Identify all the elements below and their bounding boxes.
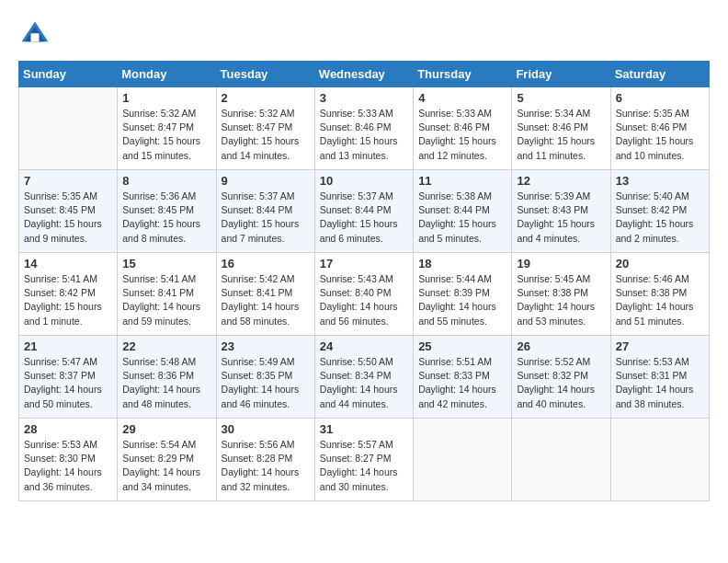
- calendar-cell: 23Sunrise: 5:49 AM Sunset: 8:35 PM Dayli…: [216, 336, 314, 419]
- day-info: Sunrise: 5:49 AM Sunset: 8:35 PM Dayligh…: [222, 355, 310, 411]
- day-number: 21: [24, 339, 112, 353]
- day-number: 4: [418, 91, 506, 105]
- day-info: Sunrise: 5:53 AM Sunset: 8:31 PM Dayligh…: [616, 355, 704, 411]
- column-header-thursday: Thursday: [414, 62, 512, 87]
- calendar-cell: 29Sunrise: 5:54 AM Sunset: 8:29 PM Dayli…: [118, 419, 216, 501]
- day-info: Sunrise: 5:54 AM Sunset: 8:29 PM Dayligh…: [122, 438, 210, 494]
- calendar-cell: 18Sunrise: 5:44 AM Sunset: 8:39 PM Dayli…: [414, 253, 512, 336]
- week-row-2: 7Sunrise: 5:35 AM Sunset: 8:45 PM Daylig…: [19, 170, 710, 253]
- day-number: 17: [320, 257, 408, 270]
- logo: [18, 18, 55, 52]
- day-info: Sunrise: 5:52 AM Sunset: 8:32 PM Dayligh…: [517, 355, 605, 411]
- day-info: Sunrise: 5:32 AM Sunset: 8:47 PM Dayligh…: [122, 107, 210, 163]
- calendar-cell: 7Sunrise: 5:35 AM Sunset: 8:45 PM Daylig…: [19, 170, 118, 253]
- day-number: 20: [616, 257, 704, 270]
- day-info: Sunrise: 5:48 AM Sunset: 8:36 PM Dayligh…: [122, 355, 210, 411]
- calendar-table: SundayMondayTuesdayWednesdayThursdayFrid…: [18, 61, 710, 501]
- day-info: Sunrise: 5:43 AM Sunset: 8:40 PM Dayligh…: [320, 272, 408, 328]
- calendar-cell: 11Sunrise: 5:38 AM Sunset: 8:44 PM Dayli…: [414, 170, 512, 253]
- day-number: 12: [517, 174, 605, 188]
- calendar-cell: 12Sunrise: 5:39 AM Sunset: 8:43 PM Dayli…: [512, 170, 610, 253]
- calendar-cell: 27Sunrise: 5:53 AM Sunset: 8:31 PM Dayli…: [610, 336, 709, 419]
- calendar-cell: 25Sunrise: 5:51 AM Sunset: 8:33 PM Dayli…: [414, 336, 512, 419]
- calendar-cell: [512, 419, 610, 501]
- day-info: Sunrise: 5:38 AM Sunset: 8:44 PM Dayligh…: [418, 190, 506, 246]
- day-info: Sunrise: 5:50 AM Sunset: 8:34 PM Dayligh…: [320, 355, 408, 411]
- day-info: Sunrise: 5:53 AM Sunset: 8:30 PM Dayligh…: [24, 438, 112, 494]
- day-number: 28: [24, 422, 112, 436]
- day-number: 15: [122, 257, 210, 270]
- day-number: 7: [24, 174, 112, 188]
- column-header-wednesday: Wednesday: [314, 62, 413, 87]
- day-info: Sunrise: 5:57 AM Sunset: 8:27 PM Dayligh…: [320, 438, 408, 494]
- day-info: Sunrise: 5:47 AM Sunset: 8:37 PM Dayligh…: [24, 355, 112, 411]
- day-info: Sunrise: 5:37 AM Sunset: 8:44 PM Dayligh…: [222, 190, 310, 246]
- calendar-cell: 21Sunrise: 5:47 AM Sunset: 8:37 PM Dayli…: [19, 336, 118, 419]
- day-info: Sunrise: 5:42 AM Sunset: 8:41 PM Dayligh…: [222, 272, 310, 328]
- calendar-cell: 6Sunrise: 5:35 AM Sunset: 8:46 PM Daylig…: [610, 87, 709, 170]
- calendar-cell: 15Sunrise: 5:41 AM Sunset: 8:41 PM Dayli…: [118, 253, 216, 336]
- column-header-saturday: Saturday: [610, 62, 709, 87]
- calendar-cell: 28Sunrise: 5:53 AM Sunset: 8:30 PM Dayli…: [19, 419, 118, 501]
- calendar-cell: 26Sunrise: 5:52 AM Sunset: 8:32 PM Dayli…: [512, 336, 610, 419]
- calendar-cell: 31Sunrise: 5:57 AM Sunset: 8:27 PM Dayli…: [314, 419, 413, 501]
- day-number: 27: [616, 339, 704, 353]
- day-info: Sunrise: 5:56 AM Sunset: 8:28 PM Dayligh…: [222, 438, 310, 494]
- calendar-cell: 4Sunrise: 5:33 AM Sunset: 8:46 PM Daylig…: [414, 87, 512, 170]
- day-number: 10: [320, 174, 408, 188]
- day-number: 19: [517, 257, 605, 270]
- calendar-cell: 22Sunrise: 5:48 AM Sunset: 8:36 PM Dayli…: [118, 336, 216, 419]
- day-info: Sunrise: 5:35 AM Sunset: 8:46 PM Dayligh…: [616, 107, 704, 163]
- day-info: Sunrise: 5:46 AM Sunset: 8:38 PM Dayligh…: [616, 272, 704, 328]
- day-info: Sunrise: 5:37 AM Sunset: 8:44 PM Dayligh…: [320, 190, 408, 246]
- logo-icon: [18, 18, 51, 52]
- calendar-cell: 16Sunrise: 5:42 AM Sunset: 8:41 PM Dayli…: [216, 253, 314, 336]
- day-number: 24: [320, 339, 408, 353]
- calendar-cell: 13Sunrise: 5:40 AM Sunset: 8:42 PM Dayli…: [610, 170, 709, 253]
- week-row-4: 21Sunrise: 5:47 AM Sunset: 8:37 PM Dayli…: [19, 336, 710, 419]
- calendar-cell: [19, 87, 118, 170]
- day-info: Sunrise: 5:32 AM Sunset: 8:47 PM Dayligh…: [222, 107, 310, 163]
- day-number: 11: [418, 174, 506, 188]
- calendar-cell: 19Sunrise: 5:45 AM Sunset: 8:38 PM Dayli…: [512, 253, 610, 336]
- calendar-cell: [414, 419, 512, 501]
- calendar-cell: 20Sunrise: 5:46 AM Sunset: 8:38 PM Dayli…: [610, 253, 709, 336]
- column-header-monday: Monday: [118, 62, 216, 87]
- day-info: Sunrise: 5:51 AM Sunset: 8:33 PM Dayligh…: [418, 355, 506, 411]
- calendar-cell: 17Sunrise: 5:43 AM Sunset: 8:40 PM Dayli…: [314, 253, 413, 336]
- header-row: SundayMondayTuesdayWednesdayThursdayFrid…: [19, 62, 710, 87]
- day-info: Sunrise: 5:34 AM Sunset: 8:46 PM Dayligh…: [517, 107, 605, 163]
- calendar-cell: 2Sunrise: 5:32 AM Sunset: 8:47 PM Daylig…: [216, 87, 314, 170]
- day-number: 29: [122, 422, 210, 436]
- day-info: Sunrise: 5:41 AM Sunset: 8:41 PM Dayligh…: [122, 272, 210, 328]
- day-number: 5: [517, 91, 605, 105]
- calendar-cell: 8Sunrise: 5:36 AM Sunset: 8:45 PM Daylig…: [118, 170, 216, 253]
- day-number: 13: [616, 174, 704, 188]
- day-number: 23: [222, 339, 310, 353]
- calendar-cell: 30Sunrise: 5:56 AM Sunset: 8:28 PM Dayli…: [216, 419, 314, 501]
- calendar-cell: 5Sunrise: 5:34 AM Sunset: 8:46 PM Daylig…: [512, 87, 610, 170]
- day-number: 26: [517, 339, 605, 353]
- day-number: 22: [122, 339, 210, 353]
- calendar-cell: 3Sunrise: 5:33 AM Sunset: 8:46 PM Daylig…: [314, 87, 413, 170]
- week-row-1: 1Sunrise: 5:32 AM Sunset: 8:47 PM Daylig…: [19, 87, 710, 170]
- calendar-cell: 1Sunrise: 5:32 AM Sunset: 8:47 PM Daylig…: [118, 87, 216, 170]
- day-number: 30: [222, 422, 310, 436]
- day-number: 14: [24, 257, 112, 270]
- column-header-sunday: Sunday: [19, 62, 118, 87]
- page-header: [18, 18, 710, 52]
- day-number: 8: [122, 174, 210, 188]
- day-number: 31: [320, 422, 408, 436]
- calendar-cell: 24Sunrise: 5:50 AM Sunset: 8:34 PM Dayli…: [314, 336, 413, 419]
- day-info: Sunrise: 5:39 AM Sunset: 8:43 PM Dayligh…: [517, 190, 605, 246]
- day-info: Sunrise: 5:33 AM Sunset: 8:46 PM Dayligh…: [320, 107, 408, 163]
- week-row-5: 28Sunrise: 5:53 AM Sunset: 8:30 PM Dayli…: [19, 419, 710, 501]
- day-info: Sunrise: 5:45 AM Sunset: 8:38 PM Dayligh…: [517, 272, 605, 328]
- day-number: 2: [222, 91, 310, 105]
- calendar-cell: 9Sunrise: 5:37 AM Sunset: 8:44 PM Daylig…: [216, 170, 314, 253]
- column-header-tuesday: Tuesday: [216, 62, 314, 87]
- calendar-cell: 10Sunrise: 5:37 AM Sunset: 8:44 PM Dayli…: [314, 170, 413, 253]
- day-number: 3: [320, 91, 408, 105]
- week-row-3: 14Sunrise: 5:41 AM Sunset: 8:42 PM Dayli…: [19, 253, 710, 336]
- calendar-cell: [610, 419, 709, 501]
